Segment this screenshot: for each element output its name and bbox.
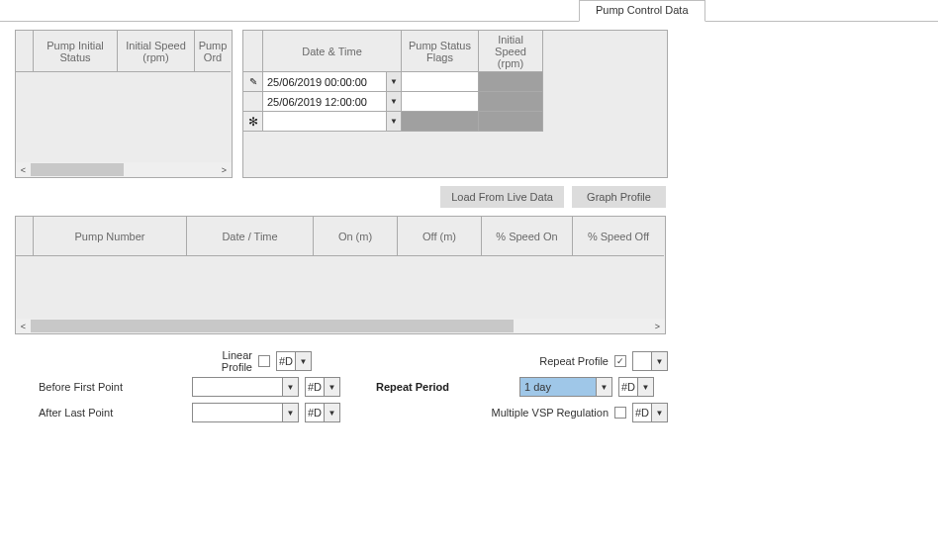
tab-pump-control-data[interactable]: Pump Control Data [579,0,705,22]
repeat-profile-checkbox[interactable]: ✓ [614,355,626,367]
after-last-combo[interactable]: ▼ [192,403,299,422]
flags-cell[interactable] [402,92,479,112]
grid-header: Date & Time Pump Status Flags Initial Sp… [243,31,667,72]
dropdown-icon[interactable]: ▼ [386,72,401,91]
new-row-icon: ✻ [248,115,258,129]
repeat-profile-combo[interactable]: ▼ [632,351,668,371]
chevron-down-icon: ▼ [324,378,339,396]
chevron-down-icon: ▼ [324,404,339,421]
load-from-live-button[interactable]: Load From Live Data [440,186,564,208]
col-date-time[interactable]: Date & Time [263,31,402,72]
speed-cell [479,92,543,112]
col-on-m[interactable]: On (m) [314,217,398,256]
options-panel: Linear Profile #D▼ Repeat Profile ✓ ▼ Be… [15,348,668,425]
graph-profile-button[interactable]: Graph Profile [572,186,666,208]
after-last-label: After Last Point [39,407,192,419]
col-pump-ord[interactable]: PumpOrd [195,31,231,72]
speed-cell [479,72,543,92]
repeat-period-combo[interactable]: 1 day▼ [519,377,612,397]
scroll-left-icon[interactable]: < [16,319,31,333]
col-pump-status-flags[interactable]: Pump Status Flags [402,31,479,72]
table-row[interactable]: 25/06/2019 12:00:00 ▼ [243,92,667,112]
before-first-label: Before First Point [39,381,192,393]
flags-cell [402,112,479,132]
col-speed-on[interactable]: % Speed On [482,217,573,256]
col-off-m[interactable]: Off (m) [398,217,482,256]
repeat-profile-label: Repeat Profile [539,355,614,367]
col-pump-number[interactable]: Pump Number [34,217,187,256]
pump-initial-grid: Pump Initial Status Initial Speed (rpm) … [15,30,233,178]
chevron-down-icon: ▼ [596,378,611,396]
grid-header: Pump Number Date / Time On (m) Off (m) %… [16,217,665,256]
chevron-down-icon: ▼ [651,404,667,421]
hscroll[interactable]: < > [16,319,665,333]
multiple-vsp-hd-combo[interactable]: #D▼ [632,403,668,422]
datetime-cell[interactable]: ▼ [263,112,402,132]
flags-cell[interactable] [402,72,479,92]
repeat-period-hd-combo[interactable]: #D▼ [618,377,654,397]
col-pump-initial-status[interactable]: Pump Initial Status [34,31,118,72]
grid-header: Pump Initial Status Initial Speed (rpm) … [16,31,232,72]
datetime-grid: Date & Time Pump Status Flags Initial Sp… [242,30,668,178]
multiple-vsp-checkbox[interactable] [614,407,626,419]
scroll-left-icon[interactable]: < [16,162,31,177]
chevron-down-icon: ▼ [637,378,653,396]
chevron-down-icon: ▼ [282,404,298,421]
table-row[interactable]: ✎ 25/06/2019 00:00:00 ▼ [243,72,667,92]
col-initial-speed[interactable]: Initial Speed (rpm) [118,31,195,72]
col-date-time[interactable]: Date / Time [187,217,314,256]
before-first-hd-combo[interactable]: #D▼ [305,377,340,397]
pencil-icon: ✎ [249,76,257,87]
linear-hd-combo[interactable]: #D▼ [276,351,312,371]
chevron-down-icon: ▼ [295,352,311,370]
scroll-right-icon[interactable]: > [217,162,232,177]
after-last-hd-combo[interactable]: #D▼ [305,403,340,422]
dropdown-icon[interactable]: ▼ [386,92,401,111]
linear-profile-checkbox[interactable] [258,355,270,367]
datetime-cell[interactable]: 25/06/2019 12:00:00 ▼ [263,92,402,112]
chevron-down-icon: ▼ [651,352,667,370]
speed-cell [479,112,543,132]
linear-profile-label: Linear Profile [193,349,258,373]
repeat-period-label: Repeat Period [376,381,460,393]
dropdown-icon[interactable]: ▼ [386,112,401,131]
col-initial-speed-rpm[interactable]: Initial Speed (rpm) [479,31,543,72]
scroll-right-icon[interactable]: > [650,319,665,333]
profile-grid: Pump Number Date / Time On (m) Off (m) %… [15,216,666,334]
hscroll[interactable]: < > [16,162,232,177]
col-speed-off[interactable]: % Speed Off [573,217,664,256]
chevron-down-icon: ▼ [282,378,298,396]
datetime-cell[interactable]: 25/06/2019 00:00:00 ▼ [263,72,402,92]
before-first-combo[interactable]: ▼ [192,377,299,397]
tab-strip: Pump Control Data [0,0,938,22]
table-row[interactable]: ✻ ▼ [243,112,667,132]
multiple-vsp-label: Multiple VSP Regulation [492,407,614,419]
